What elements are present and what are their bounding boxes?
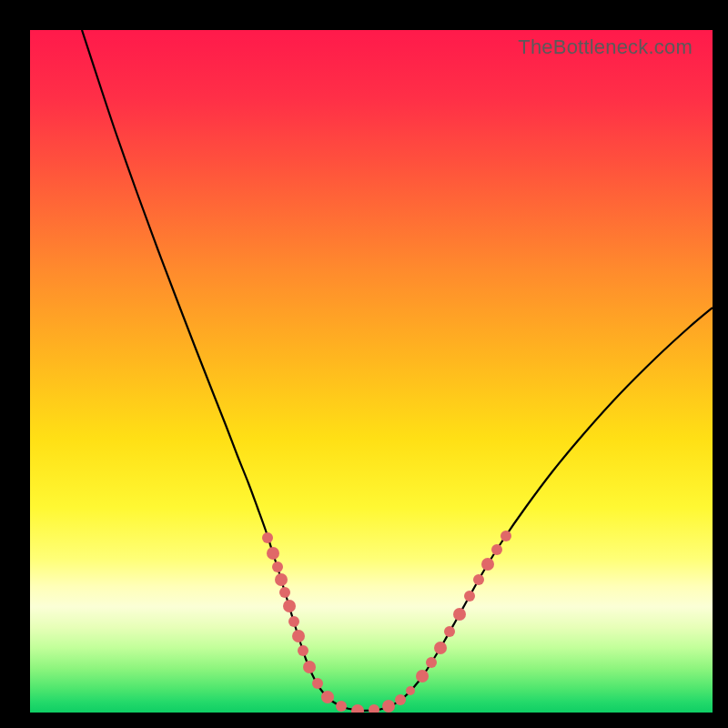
- curve-marker: [473, 574, 484, 585]
- curve-marker: [416, 670, 429, 682]
- chart-frame: TheBottleneck.com: [0, 0, 728, 728]
- plot-area: TheBottleneck.com: [30, 30, 713, 713]
- curve-marker: [336, 701, 347, 712]
- curve-marker: [395, 694, 406, 705]
- watermark-text: TheBottleneck.com: [518, 35, 693, 59]
- curve-marker: [351, 704, 364, 713]
- curve-marker: [444, 626, 455, 637]
- curve-marker: [283, 600, 296, 612]
- curve-markers: [262, 531, 511, 713]
- curve-marker: [464, 591, 475, 602]
- curve-marker: [453, 608, 466, 621]
- curve-marker: [267, 547, 279, 560]
- curve-marker: [288, 616, 299, 627]
- curve-marker: [298, 645, 308, 656]
- curve-left-branch: [82, 30, 362, 711]
- curve-marker: [382, 700, 395, 713]
- curve-marker: [303, 661, 316, 673]
- curve-marker: [292, 630, 305, 642]
- curve-marker: [275, 573, 288, 586]
- curve-right-branch: [362, 308, 713, 711]
- curve-marker: [406, 686, 415, 695]
- curve-layer: [30, 30, 713, 713]
- curve-marker: [481, 558, 494, 571]
- curve-marker: [491, 544, 502, 555]
- curve-marker: [262, 532, 273, 543]
- curve-marker: [321, 691, 334, 703]
- curve-marker: [434, 642, 447, 654]
- curve-marker: [426, 657, 437, 668]
- curve-marker: [272, 561, 283, 572]
- curve-marker: [279, 587, 290, 598]
- curve-marker: [369, 704, 379, 713]
- curve-marker: [500, 531, 511, 541]
- curve-marker: [312, 678, 323, 689]
